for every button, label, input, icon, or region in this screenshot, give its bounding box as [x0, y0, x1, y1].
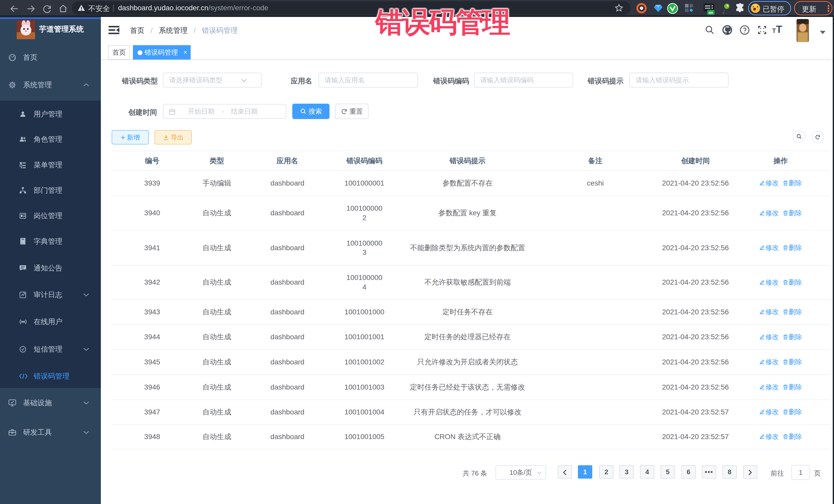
svg-text:on: on: [708, 10, 713, 15]
